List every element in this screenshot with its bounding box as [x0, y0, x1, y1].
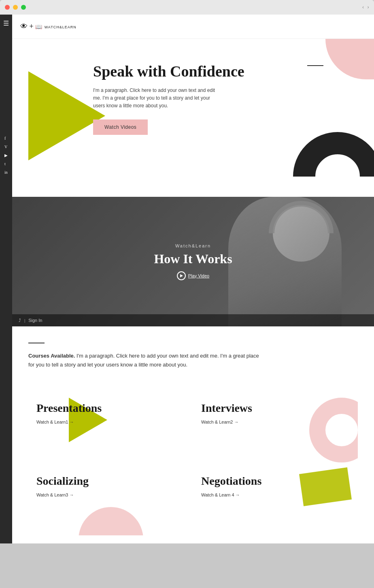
course-grid-container: Presentations Watch & Learn1 → Interview…	[12, 390, 374, 543]
courses-description: Courses Available. I'm a paragraph. Clic…	[28, 352, 263, 369]
course-card-interviews: Interviews Watch & Learn2 →	[193, 390, 358, 462]
facebook-icon[interactable]: f	[4, 136, 8, 141]
course-card-negotiations: Negotiations Watch & Learn 4 →	[193, 462, 358, 535]
sidebar: ☰ f V ▶ t in	[0, 15, 12, 543]
share-icon[interactable]: ⤴	[19, 318, 21, 323]
back-button[interactable]: ‹	[362, 4, 364, 11]
vimeo-icon[interactable]: V	[4, 145, 8, 149]
course-card-socializing: Socializing Watch & Learn3 →	[28, 462, 193, 535]
play-triangle-icon	[180, 274, 183, 277]
video-bottom-bar: ⤴ | Sign In	[12, 314, 374, 326]
play-label: Play Video	[188, 273, 209, 278]
minimize-dot[interactable]	[13, 5, 18, 10]
main-container: ☰ f V ▶ t in 👁 + 📖 WATCH&LEARN	[0, 15, 374, 543]
menu-icon[interactable]: ☰	[3, 19, 9, 27]
close-dot[interactable]	[5, 5, 10, 10]
hero-subtitle: I'm a paragraph. Click here to add your …	[93, 87, 223, 110]
divider: |	[24, 318, 25, 323]
brand-name: WATCH&LEARN	[45, 25, 76, 29]
hero-section: Speak with Confidence I'm a paragraph. C…	[12, 39, 374, 197]
top-nav: 👁 + 📖 WATCH&LEARN	[12, 15, 374, 39]
socializing-link[interactable]: Watch & Learn3 →	[36, 492, 74, 497]
twitter-icon[interactable]: t	[4, 162, 8, 166]
video-main-title: How It Works	[154, 251, 232, 266]
play-circle	[177, 271, 186, 280]
course-card-presentations: Presentations Watch & Learn1 →	[28, 390, 193, 462]
course-grid: Presentations Watch & Learn1 → Interview…	[28, 390, 358, 535]
play-button[interactable]: Play Video	[154, 271, 232, 280]
watch-videos-button[interactable]: Watch Videos	[93, 119, 148, 135]
courses-bold-label: Courses Available.	[28, 353, 75, 359]
forward-button[interactable]: ›	[367, 4, 369, 11]
video-brand-label: Watch&Learn	[154, 243, 232, 248]
browser-chrome: ‹ ›	[0, 0, 374, 15]
courses-section: Courses Available. I'm a paragraph. Clic…	[12, 326, 374, 390]
video-section: Watch&Learn How It Works Play Video ⤴ | …	[12, 197, 374, 326]
social-icons: f V ▶ t in	[4, 136, 8, 175]
maximize-dot[interactable]	[21, 5, 26, 10]
negotiations-title: Negotiations	[201, 475, 350, 488]
linkedin-icon[interactable]: in	[4, 170, 8, 175]
sign-in-link[interactable]: Sign In	[28, 318, 42, 323]
negotiations-link[interactable]: Watch & Learn 4 →	[201, 492, 240, 497]
courses-dash	[28, 343, 45, 343]
interviews-title: Interviews	[201, 402, 350, 415]
hero-text-block: Speak with Confidence I'm a paragraph. C…	[28, 51, 358, 135]
socializing-title: Socializing	[36, 475, 185, 488]
socializing-pink-semicircle	[79, 507, 143, 535]
video-center-text: Watch&Learn How It Works Play Video	[154, 243, 232, 280]
youtube-icon[interactable]: ▶	[4, 153, 8, 158]
logo-icon: 👁 +	[20, 22, 34, 31]
logo: 👁 + 📖 WATCH&LEARN	[20, 22, 76, 31]
interviews-link[interactable]: Watch & Learn2 →	[201, 420, 239, 424]
page-content: 👁 + 📖 WATCH&LEARN Speak with Confidence …	[12, 15, 374, 543]
browser-nav: ‹ ›	[362, 4, 369, 11]
hero-title: Speak with Confidence	[93, 63, 358, 80]
presentations-title: Presentations	[36, 402, 185, 415]
presentations-link[interactable]: Watch & Learn1 →	[36, 420, 74, 424]
